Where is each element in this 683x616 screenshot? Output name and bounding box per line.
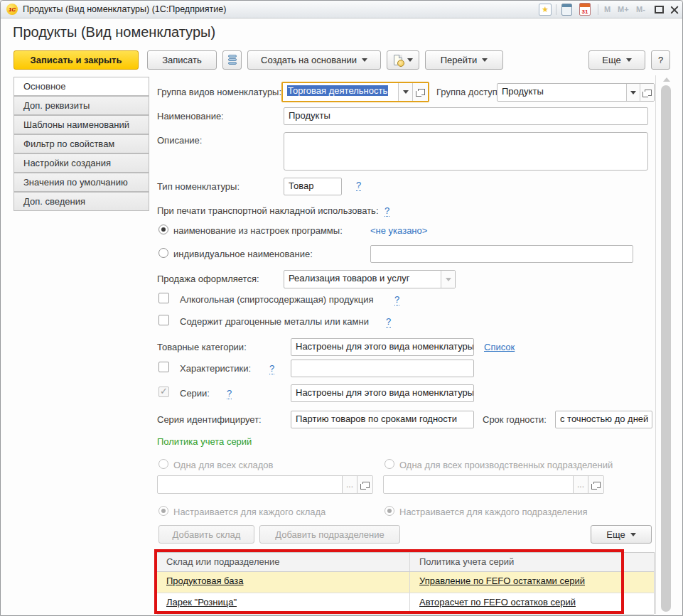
series-checkbox[interactable] <box>158 387 169 397</box>
radio-individual-name[interactable] <box>158 248 168 258</box>
division-policy-open-button[interactable] <box>588 476 603 493</box>
policy-link[interactable]: Авторасчет по FEFO остатков серий <box>419 597 576 607</box>
table-row[interactable]: Продуктовая база Управление по FEFO оста… <box>157 572 654 593</box>
warehouse-policy-ellipsis-button[interactable]: ... <box>342 476 357 493</box>
star-icon: ★ <box>542 6 549 13</box>
scroll-up-icon[interactable] <box>663 77 670 82</box>
name-field[interactable]: Продукты <box>284 107 648 125</box>
radio-program-name[interactable] <box>158 225 168 234</box>
calendar-icon[interactable]: 31 <box>579 3 591 16</box>
radio-one-for-divisions[interactable] <box>384 459 394 469</box>
alcohol-help-link[interactable]: ? <box>394 294 399 306</box>
more-button-table[interactable]: Еще <box>591 525 652 544</box>
shelf-life-field[interactable]: с точностью до дней <box>555 411 652 428</box>
radio-per-warehouse[interactable] <box>158 506 168 516</box>
save-and-close-button[interactable]: Записать и закрыть <box>14 50 139 70</box>
access-group-dropdown-button[interactable] <box>626 84 640 101</box>
access-group-value: Продукты <box>498 84 626 101</box>
series-identifies-field[interactable]: Партию товаров по сроками годности <box>291 411 474 428</box>
radio-per-division-label: Настраивается для каждого подразделения <box>399 507 588 517</box>
categories-field[interactable]: Настроены для этого вида номенклатуры <box>291 338 474 356</box>
tab-creation-settings[interactable]: Настройки создания <box>14 153 149 173</box>
radio-per-warehouse-label: Настраивается для каждого склада <box>173 507 326 517</box>
warehouse-link[interactable]: Продуктовая база <box>166 576 244 586</box>
create-based-on-button[interactable]: Создать на основании <box>247 50 381 70</box>
categories-list-link[interactable]: Список <box>484 342 515 352</box>
add-warehouse-button[interactable]: Добавить склад <box>158 525 254 544</box>
chevron-down-icon <box>362 58 367 62</box>
tab-label: Значения по умолчанию <box>23 177 128 188</box>
register-records-button[interactable] <box>222 50 242 70</box>
characteristics-checkbox[interactable] <box>158 362 169 372</box>
warehouse-policy-field[interactable]: ... <box>157 475 373 494</box>
nom-type-help-link[interactable]: ? <box>356 180 361 191</box>
series-policy-header: Политика учета серий <box>157 436 252 447</box>
document-history-button[interactable] <box>387 50 419 70</box>
sale-dropdown-button[interactable] <box>441 271 455 288</box>
help-button[interactable]: ? <box>651 50 670 70</box>
alcohol-checkbox[interactable] <box>158 293 169 303</box>
tab-property-filter[interactable]: Фильтр по свойствам <box>14 134 149 153</box>
radio-one-for-warehouses[interactable] <box>158 459 168 469</box>
individual-name-field[interactable] <box>370 245 633 263</box>
register-records-icon <box>228 55 237 65</box>
access-group-field[interactable]: Продукты <box>497 83 655 102</box>
series-help-link[interactable]: ? <box>227 388 232 399</box>
open-form-icon <box>418 89 425 95</box>
characteristics-field[interactable] <box>291 360 474 377</box>
sale-field[interactable]: Реализация товаров и услуг <box>284 270 456 288</box>
metals-checkbox[interactable] <box>158 315 169 325</box>
division-policy-field[interactable]: ... <box>383 475 604 494</box>
nom-type-field[interactable]: Товар <box>284 178 342 195</box>
go-to-button[interactable]: Перейти <box>425 50 503 70</box>
titlebar-separator <box>598 4 598 15</box>
tab-additional-info[interactable]: Доп. сведения <box>14 192 149 211</box>
description-field[interactable] <box>284 132 648 171</box>
tab-name-templates[interactable]: Шаблоны наименований <box>14 115 149 134</box>
memory-plus-button[interactable]: M+ <box>618 5 629 13</box>
row-spacer <box>623 572 654 593</box>
form-right-border <box>655 75 656 614</box>
radio-per-division[interactable] <box>384 506 394 516</box>
policy-link[interactable]: Управление по FEFO остатками серий <box>419 576 585 586</box>
titlebar-separator <box>556 4 556 15</box>
characteristics-help-link[interactable]: ? <box>269 363 274 374</box>
division-policy-ellipsis-button[interactable]: ... <box>573 476 588 493</box>
tab-default-values[interactable]: Значения по умолчанию <box>14 173 149 192</box>
warehouse-policy-open-button[interactable] <box>357 476 372 493</box>
calculator-icon[interactable] <box>561 4 572 16</box>
warehouse-link[interactable]: Ларек "Розница" <box>166 597 237 607</box>
window-title: Продукты (Вид номенклатуры) (1С:Предприя… <box>23 4 226 14</box>
more-button-top[interactable]: Еще <box>588 50 645 70</box>
radio-program-name-label: наименование из настроек программы: <box>173 225 343 236</box>
group-kinds-dropdown-button[interactable] <box>398 83 412 101</box>
favorites-button[interactable]: ★ <box>539 4 552 16</box>
scrollbar-thumb[interactable] <box>661 85 671 612</box>
close-icon[interactable] <box>669 5 679 14</box>
series-field[interactable]: Настроены для этого вида номенклатуры <box>291 384 474 402</box>
group-kinds-field[interactable]: Торговая деятельность <box>281 82 429 102</box>
table-header-policy: Политика учета серий <box>410 553 623 571</box>
group-kinds-open-button[interactable] <box>412 83 428 101</box>
save-button[interactable]: Записать <box>147 50 217 70</box>
maximize-icon[interactable] <box>655 6 664 13</box>
metals-help-link[interactable]: ? <box>386 316 391 328</box>
table-header-spacer <box>623 553 654 571</box>
memory-recall-button[interactable]: M <box>604 5 611 13</box>
tab-main[interactable]: Основное <box>14 77 149 96</box>
save-label: Записать <box>162 55 202 65</box>
help-label: ? <box>658 55 663 65</box>
table-row[interactable]: Ларек "Розница" Авторасчет по FEFO остат… <box>157 593 654 615</box>
radio-individual-name-label: индивидуальное наименование: <box>173 249 313 259</box>
not-specified-link[interactable]: <не указано> <box>370 225 427 236</box>
memory-minus-button[interactable]: M- <box>636 5 645 13</box>
print-usage-help-link[interactable]: ? <box>384 205 389 217</box>
tab-additional-attributes[interactable]: Доп. реквизиты <box>14 96 149 115</box>
access-group-open-button[interactable] <box>640 84 654 101</box>
description-label: Описание: <box>157 135 202 146</box>
add-division-button[interactable]: Добавить подразделение <box>259 525 400 544</box>
chevron-down-icon <box>482 58 488 62</box>
ellipsis-icon: ... <box>346 480 353 490</box>
title-bar: 1С Продукты (Вид номенклатуры) (1С:Предп… <box>1 1 682 18</box>
series-label: Серии: <box>180 388 210 399</box>
